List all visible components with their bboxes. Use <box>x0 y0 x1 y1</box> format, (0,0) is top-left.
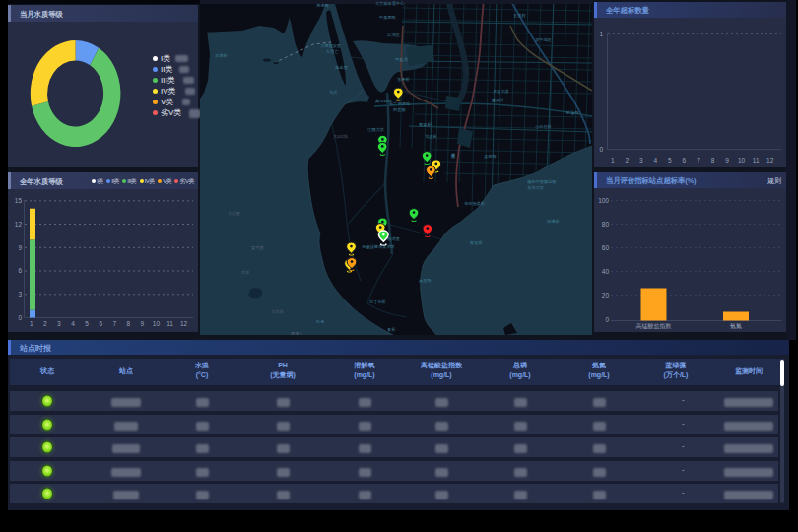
svg-text:3: 3 <box>57 320 61 327</box>
svg-text:4: 4 <box>71 320 75 327</box>
svg-text:40: 40 <box>602 268 610 275</box>
svg-text:2: 2 <box>43 320 47 327</box>
svg-text:1: 1 <box>599 31 603 37</box>
svg-text:12: 12 <box>180 320 188 327</box>
svg-text:10: 10 <box>738 157 746 164</box>
svg-text:高锰酸盐指数: 高锰酸盐指数 <box>636 322 672 330</box>
svg-text:10: 10 <box>153 320 161 327</box>
svg-text:1: 1 <box>611 157 615 164</box>
svg-text:11: 11 <box>166 320 173 327</box>
svg-text:0: 0 <box>18 314 22 321</box>
svg-text:60: 60 <box>602 244 610 251</box>
svg-text:8: 8 <box>126 320 130 327</box>
svg-text:4: 4 <box>653 157 657 164</box>
svg-text:9: 9 <box>141 320 145 327</box>
svg-text:80: 80 <box>602 221 610 228</box>
svg-text:7: 7 <box>112 320 116 327</box>
svg-text:9: 9 <box>18 244 22 251</box>
svg-text:12: 12 <box>15 221 23 228</box>
svg-text:3: 3 <box>639 157 643 164</box>
svg-text:6: 6 <box>683 157 687 164</box>
svg-text:3: 3 <box>18 291 22 298</box>
svg-text:6: 6 <box>99 320 102 327</box>
svg-text:2: 2 <box>625 157 629 164</box>
svg-text:7: 7 <box>697 157 700 164</box>
svg-text:8: 8 <box>711 157 715 164</box>
svg-text:6: 6 <box>18 267 22 274</box>
svg-text:15: 15 <box>15 197 23 204</box>
svg-text:11: 11 <box>753 157 760 164</box>
svg-text:0: 0 <box>605 316 609 323</box>
svg-text:20: 20 <box>602 292 610 299</box>
svg-text:0: 0 <box>599 146 603 153</box>
svg-text:5: 5 <box>668 157 672 164</box>
svg-text:9: 9 <box>725 157 729 164</box>
svg-text:12: 12 <box>766 157 774 164</box>
svg-text:氨氮: 氨氮 <box>730 322 742 329</box>
svg-text:5: 5 <box>85 320 89 327</box>
svg-text:1: 1 <box>30 320 33 327</box>
svg-text:100: 100 <box>598 197 609 204</box>
